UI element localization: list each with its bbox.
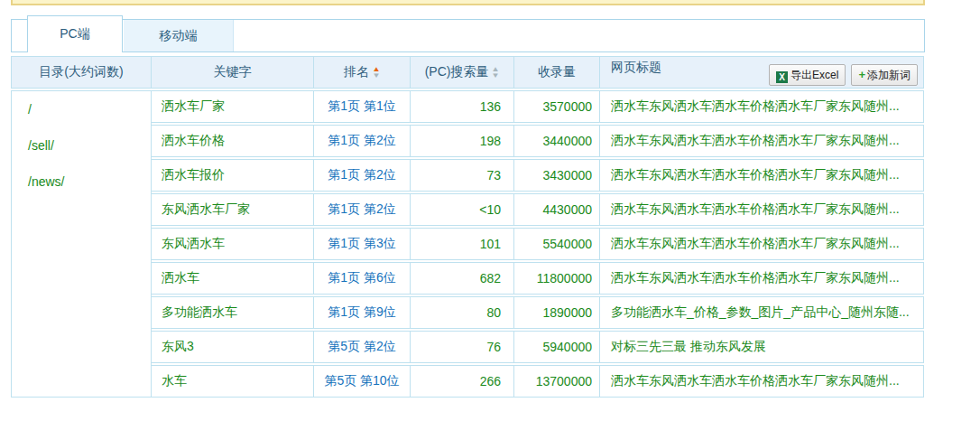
indexed-cell: 5940000 — [514, 331, 600, 363]
rank-link[interactable]: 第5页 第2位 — [328, 339, 395, 353]
keyword-table: 目录(大约词数) 关键字 排名▲▼ (PC)搜索量▲▼ 收录量 X导出Excel… — [11, 54, 924, 399]
rank-link[interactable]: 第1页 第2位 — [328, 133, 395, 147]
title-cell[interactable]: 多功能洒水车_价格_参数_图片_产品中心_随州东随... — [600, 296, 924, 329]
search-volume-cell: 136 — [411, 90, 514, 123]
indexed-cell: 11800000 — [514, 262, 600, 295]
col-directory: 目录(大约词数) — [11, 56, 152, 89]
tab-bar: 移动端 — [11, 19, 925, 52]
keyword-cell[interactable]: 东风洒水车厂家 — [152, 193, 314, 226]
search-volume-cell: 266 — [411, 365, 514, 398]
search-volume-cell: <10 — [411, 193, 514, 226]
rank-sort-icons[interactable]: ▲▼ — [373, 66, 380, 79]
keyword-cell[interactable]: 东风3 — [152, 331, 314, 363]
indexed-cell: 5540000 — [514, 228, 600, 260]
title-cell[interactable]: 洒水车东风洒水车洒水车价格洒水车厂家东风随州... — [600, 90, 924, 123]
col-title-label: 网页标题 — [611, 60, 661, 74]
rank-link[interactable]: 第1页 第6位 — [328, 270, 395, 285]
rank-link[interactable]: 第5页 第10位 — [324, 373, 399, 388]
keyword-cell[interactable]: 洒水车厂家 — [152, 90, 314, 123]
table-row: / /sell/ /news/ 洒水车厂家 第1页 第1位 136 357000… — [11, 90, 924, 123]
rank-cell: 第1页 第1位 — [314, 90, 411, 123]
tab-pc[interactable]: PC端 — [27, 15, 123, 52]
col-keyword: 关键字 — [152, 56, 314, 89]
title-cell[interactable]: 洒水车东风洒水车洒水车价格洒水车厂家东风随州... — [600, 193, 924, 226]
header-actions: X导出Excel+添加新词 — [763, 64, 918, 86]
rank-cell: 第5页 第10位 — [314, 365, 411, 398]
title-cell[interactable]: 洒水车东风洒水车洒水车价格洒水车厂家东风随州... — [600, 159, 924, 192]
directory-link[interactable]: / — [28, 91, 151, 127]
rank-cell: 第1页 第9位 — [314, 296, 411, 329]
col-title: X导出Excel+添加新词 网页标题 — [600, 56, 924, 89]
col-indexed: 收录量 — [514, 56, 600, 89]
keyword-cell[interactable]: 洒水车报价 — [152, 159, 314, 192]
excel-icon: X — [776, 71, 788, 83]
keyword-cell[interactable]: 东风洒水车 — [152, 228, 314, 260]
directory-link[interactable]: /news/ — [28, 164, 151, 200]
tab-mobile[interactable]: 移动端 — [124, 20, 234, 51]
search-volume-cell: 80 — [411, 296, 514, 329]
indexed-cell: 13700000 — [514, 365, 600, 398]
keyword-cell[interactable]: 水车 — [152, 365, 314, 398]
col-search-volume[interactable]: (PC)搜索量▲▼ — [411, 56, 514, 89]
search-volume-cell: 76 — [411, 331, 514, 363]
directory-cell: / /sell/ /news/ — [11, 90, 152, 398]
add-keyword-label: 添加新词 — [867, 69, 911, 81]
keyword-cell[interactable]: 洒水车 — [152, 262, 314, 295]
keyword-cell[interactable]: 洒水车价格 — [152, 125, 314, 157]
rank-cell: 第1页 第2位 — [314, 125, 411, 157]
rank-link[interactable]: 第1页 第2位 — [328, 201, 395, 216]
search-volume-cell: 73 — [411, 159, 514, 192]
export-excel-button[interactable]: X导出Excel — [769, 64, 846, 86]
indexed-cell: 3570000 — [514, 90, 600, 123]
col-search-volume-label: (PC)搜索量 — [425, 64, 489, 79]
volume-sort-icons[interactable]: ▲▼ — [492, 66, 499, 79]
rank-cell: 第1页 第2位 — [314, 193, 411, 226]
search-volume-cell: 198 — [411, 125, 514, 157]
indexed-cell: 3430000 — [514, 159, 600, 192]
header-row: 目录(大约词数) 关键字 排名▲▼ (PC)搜索量▲▼ 收录量 X导出Excel… — [11, 56, 924, 89]
col-rank[interactable]: 排名▲▼ — [314, 56, 411, 89]
search-volume-cell: 682 — [411, 262, 514, 295]
sort-down-icon[interactable]: ▼ — [492, 72, 501, 79]
title-cell[interactable]: 洒水车东风洒水车洒水车价格洒水车厂家东风随州... — [600, 125, 924, 157]
add-keyword-button[interactable]: +添加新词 — [851, 64, 918, 86]
title-cell[interactable]: 洒水车东风洒水车洒水车价格洒水车厂家东风随州... — [600, 228, 924, 260]
indexed-cell: 1890000 — [514, 296, 600, 329]
export-excel-label: 导出Excel — [790, 69, 838, 81]
rank-link[interactable]: 第1页 第1位 — [328, 98, 395, 113]
indexed-cell: 4430000 — [514, 193, 600, 226]
indexed-cell: 3440000 — [514, 125, 600, 157]
rank-cell: 第1页 第2位 — [314, 159, 411, 192]
rank-cell: 第5页 第2位 — [314, 331, 411, 363]
col-rank-label: 排名 — [344, 64, 369, 79]
rank-link[interactable]: 第1页 第9位 — [328, 304, 395, 319]
directory-link[interactable]: /sell/ — [28, 127, 151, 164]
title-cell[interactable]: 洒水车东风洒水车洒水车价格洒水车厂家东风随州... — [600, 262, 924, 295]
rank-link[interactable]: 第1页 第2位 — [328, 167, 395, 182]
rank-cell: 第1页 第3位 — [314, 228, 411, 260]
title-cell[interactable]: 对标三先三最 推动东风发展 — [600, 331, 924, 363]
title-cell[interactable]: 洒水车东风洒水车洒水车价格洒水车厂家东风随州... — [600, 365, 924, 398]
rank-link[interactable]: 第1页 第3位 — [328, 236, 395, 250]
plus-icon: + — [858, 68, 865, 81]
notice-bar — [11, 0, 925, 5]
sort-down-icon[interactable]: ▼ — [372, 72, 381, 79]
rank-cell: 第1页 第6位 — [314, 262, 411, 295]
search-volume-cell: 101 — [411, 228, 514, 260]
keyword-cell[interactable]: 多功能洒水车 — [152, 296, 314, 329]
